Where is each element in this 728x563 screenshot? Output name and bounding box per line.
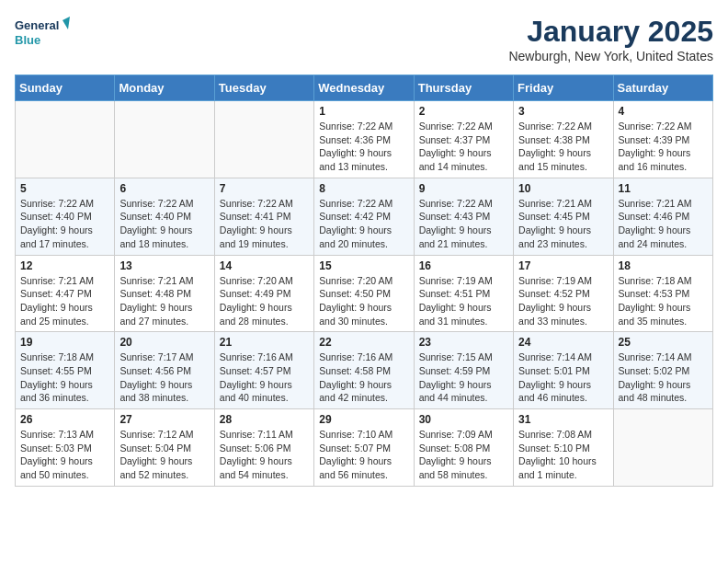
calendar-day-20: 20Sunrise: 7:17 AM Sunset: 4:56 PM Dayli… [115,332,214,409]
day-content: Sunrise: 7:14 AM Sunset: 5:02 PM Dayligh… [619,350,708,405]
calendar-day-24: 24Sunrise: 7:14 AM Sunset: 5:01 PM Dayli… [514,332,613,409]
day-number: 4 [619,105,708,118]
day-number: 17 [518,259,608,272]
calendar-day-22: 22Sunrise: 7:16 AM Sunset: 4:58 PM Dayli… [314,332,414,409]
calendar-day-12: 12Sunrise: 7:21 AM Sunset: 4:47 PM Dayli… [16,255,115,332]
day-number: 9 [419,182,508,195]
calendar-table: SundayMondayTuesdayWednesdayThursdayFrid… [15,75,713,487]
day-header-sunday: Sunday [16,75,115,101]
day-content: Sunrise: 7:22 AM Sunset: 4:37 PM Dayligh… [419,120,508,174]
day-header-wednesday: Wednesday [314,75,414,101]
day-number: 8 [319,182,408,195]
empty-cell [16,101,115,178]
calendar-day-27: 27Sunrise: 7:12 AM Sunset: 5:04 PM Dayli… [115,409,214,487]
day-content: Sunrise: 7:16 AM Sunset: 4:57 PM Dayligh… [220,350,309,405]
day-header-friday: Friday [514,75,613,101]
day-number: 6 [119,182,209,195]
day-content: Sunrise: 7:22 AM Sunset: 4:42 PM Dayligh… [319,197,408,251]
calendar-day-2: 2Sunrise: 7:22 AM Sunset: 4:37 PM Daylig… [414,101,513,178]
day-number: 29 [319,413,408,426]
calendar-day-19: 19Sunrise: 7:18 AM Sunset: 4:55 PM Dayli… [16,332,115,409]
day-content: Sunrise: 7:19 AM Sunset: 4:52 PM Dayligh… [518,274,608,328]
day-header-saturday: Saturday [613,75,712,101]
day-number: 25 [619,336,708,349]
day-content: Sunrise: 7:11 AM Sunset: 5:06 PM Dayligh… [220,428,309,482]
day-content: Sunrise: 7:22 AM Sunset: 4:36 PM Dayligh… [319,120,408,174]
calendar-day-31: 31Sunrise: 7:08 AM Sunset: 5:10 PM Dayli… [514,409,613,487]
day-number: 5 [20,182,109,195]
day-number: 22 [319,336,408,349]
day-content: Sunrise: 7:21 AM Sunset: 4:45 PM Dayligh… [518,197,608,251]
calendar-week-row: 5Sunrise: 7:22 AM Sunset: 4:40 PM Daylig… [16,178,713,255]
calendar-week-row: 26Sunrise: 7:13 AM Sunset: 5:03 PM Dayli… [16,409,713,487]
day-content: Sunrise: 7:15 AM Sunset: 4:59 PM Dayligh… [419,350,508,405]
empty-cell [115,101,214,178]
day-number: 24 [518,336,608,349]
calendar-day-29: 29Sunrise: 7:10 AM Sunset: 5:07 PM Dayli… [314,409,414,487]
day-number: 26 [20,413,109,426]
day-number: 19 [20,336,109,349]
calendar-day-28: 28Sunrise: 7:11 AM Sunset: 5:06 PM Dayli… [214,409,313,487]
calendar-day-25: 25Sunrise: 7:14 AM Sunset: 5:02 PM Dayli… [613,332,712,409]
day-content: Sunrise: 7:21 AM Sunset: 4:46 PM Dayligh… [619,197,708,251]
day-content: Sunrise: 7:10 AM Sunset: 5:07 PM Dayligh… [319,428,408,482]
svg-text:Blue: Blue [15,33,40,47]
logo-svg: General Blue [15,15,70,50]
calendar-day-16: 16Sunrise: 7:19 AM Sunset: 4:51 PM Dayli… [414,255,513,332]
calendar-day-23: 23Sunrise: 7:15 AM Sunset: 4:59 PM Dayli… [414,332,513,409]
day-header-tuesday: Tuesday [214,75,313,101]
calendar-day-3: 3Sunrise: 7:22 AM Sunset: 4:38 PM Daylig… [514,101,613,178]
day-content: Sunrise: 7:12 AM Sunset: 5:04 PM Dayligh… [119,428,209,482]
day-header-monday: Monday [115,75,214,101]
calendar-day-30: 30Sunrise: 7:09 AM Sunset: 5:08 PM Dayli… [414,409,513,487]
day-number: 10 [518,182,608,195]
day-content: Sunrise: 7:09 AM Sunset: 5:08 PM Dayligh… [419,428,508,482]
calendar-day-26: 26Sunrise: 7:13 AM Sunset: 5:03 PM Dayli… [16,409,115,487]
calendar-day-17: 17Sunrise: 7:19 AM Sunset: 4:52 PM Dayli… [514,255,613,332]
day-number: 1 [319,105,408,118]
day-content: Sunrise: 7:22 AM Sunset: 4:39 PM Dayligh… [619,120,708,174]
day-content: Sunrise: 7:13 AM Sunset: 5:03 PM Dayligh… [20,428,109,482]
calendar-day-7: 7Sunrise: 7:22 AM Sunset: 4:41 PM Daylig… [214,178,313,255]
day-number: 14 [220,259,309,272]
day-content: Sunrise: 7:18 AM Sunset: 4:53 PM Dayligh… [619,274,708,328]
day-number: 16 [419,259,508,272]
day-content: Sunrise: 7:22 AM Sunset: 4:38 PM Dayligh… [518,120,608,174]
day-number: 12 [20,259,109,272]
calendar-week-row: 19Sunrise: 7:18 AM Sunset: 4:55 PM Dayli… [16,332,713,409]
page-header: General Blue January 2025 Newburgh, New … [15,15,713,63]
calendar-day-18: 18Sunrise: 7:18 AM Sunset: 4:53 PM Dayli… [613,255,712,332]
day-number: 21 [220,336,309,349]
day-number: 27 [119,413,209,426]
calendar-day-5: 5Sunrise: 7:22 AM Sunset: 4:40 PM Daylig… [16,178,115,255]
location: Newburgh, New York, United States [508,49,713,63]
calendar-week-row: 12Sunrise: 7:21 AM Sunset: 4:47 PM Dayli… [16,255,713,332]
calendar-day-4: 4Sunrise: 7:22 AM Sunset: 4:39 PM Daylig… [613,101,712,178]
day-content: Sunrise: 7:21 AM Sunset: 4:47 PM Dayligh… [20,274,109,328]
calendar-day-11: 11Sunrise: 7:21 AM Sunset: 4:46 PM Dayli… [613,178,712,255]
day-content: Sunrise: 7:19 AM Sunset: 4:51 PM Dayligh… [419,274,508,328]
day-number: 18 [619,259,708,272]
svg-text:General: General [15,18,59,32]
day-content: Sunrise: 7:21 AM Sunset: 4:48 PM Dayligh… [119,274,209,328]
day-content: Sunrise: 7:16 AM Sunset: 4:58 PM Dayligh… [319,350,408,405]
calendar-day-10: 10Sunrise: 7:21 AM Sunset: 4:45 PM Dayli… [514,178,613,255]
calendar-day-6: 6Sunrise: 7:22 AM Sunset: 4:40 PM Daylig… [115,178,214,255]
day-content: Sunrise: 7:14 AM Sunset: 5:01 PM Dayligh… [518,350,608,405]
day-header-thursday: Thursday [414,75,513,101]
day-content: Sunrise: 7:20 AM Sunset: 4:50 PM Dayligh… [319,274,408,328]
day-number: 3 [518,105,608,118]
calendar-day-9: 9Sunrise: 7:22 AM Sunset: 4:43 PM Daylig… [414,178,513,255]
day-number: 23 [419,336,508,349]
day-content: Sunrise: 7:22 AM Sunset: 4:40 PM Dayligh… [119,197,209,251]
calendar-day-13: 13Sunrise: 7:21 AM Sunset: 4:48 PM Dayli… [115,255,214,332]
day-content: Sunrise: 7:08 AM Sunset: 5:10 PM Dayligh… [518,428,608,482]
day-number: 28 [220,413,309,426]
svg-marker-2 [63,17,70,29]
calendar-day-15: 15Sunrise: 7:20 AM Sunset: 4:50 PM Dayli… [314,255,414,332]
title-block: January 2025 Newburgh, New York, United … [508,15,713,63]
day-number: 30 [419,413,508,426]
calendar-header-row: SundayMondayTuesdayWednesdayThursdayFrid… [16,75,713,101]
day-content: Sunrise: 7:20 AM Sunset: 4:49 PM Dayligh… [220,274,309,328]
day-content: Sunrise: 7:17 AM Sunset: 4:56 PM Dayligh… [119,350,209,405]
